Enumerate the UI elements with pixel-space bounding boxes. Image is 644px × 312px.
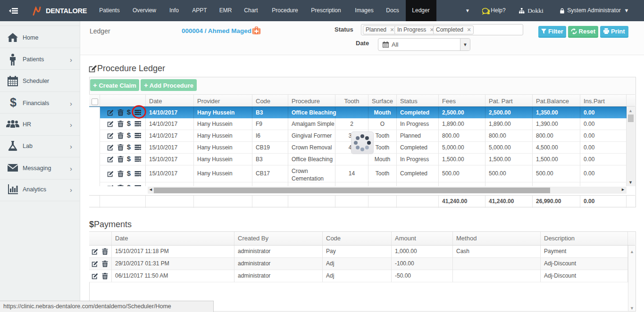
svg-text:$: $ (127, 143, 131, 151)
svg-text:$: $ (127, 155, 131, 163)
svg-text:$: $ (127, 119, 131, 127)
svg-text:$: $ (127, 169, 131, 177)
svg-text:$: $ (127, 131, 131, 139)
svg-text:$: $ (127, 108, 131, 116)
